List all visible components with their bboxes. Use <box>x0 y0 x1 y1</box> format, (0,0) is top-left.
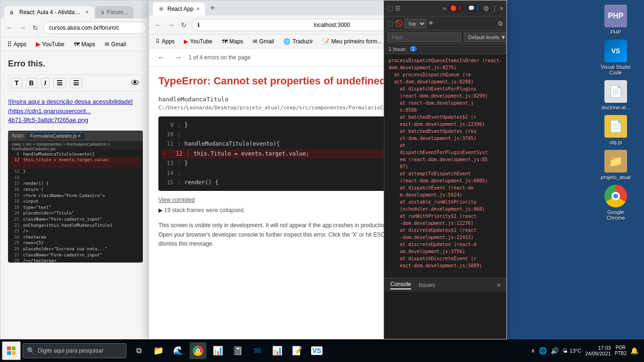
taskbar-edge[interactable]: 🌊 <box>170 342 187 359</box>
devtools-element-icon[interactable]: ⬚ <box>388 20 393 27</box>
expand-icon: ▶ <box>388 276 392 278</box>
vscode-line-8: 17 <form className="Form-Cadastro"> <box>10 193 141 199</box>
vscode-line-18: 27 className="Form-cadastro_input" <box>10 252 141 258</box>
left-bookmarks-bar: ⠿ Apps ▶ YouTube 🗺 Maps ✉ Gmail <box>0 37 150 51</box>
new-tab-button[interactable]: + <box>206 1 219 15</box>
taskbar-chrome[interactable] <box>190 342 206 359</box>
console-tab[interactable]: Console <box>390 281 411 289</box>
left-back-btn[interactable]: ← <box>4 23 15 33</box>
doctrine-icon-label: doctrine-al... <box>602 105 630 110</box>
main-bm-maps[interactable]: 🗺 Maps <box>219 37 246 46</box>
vscode-line-2: 12 this.titulo = evento.target.value; <box>10 157 141 163</box>
taskbar-powerpoint[interactable]: 📊 <box>269 342 286 359</box>
devtools-context-select[interactable]: top <box>405 19 426 28</box>
main-back-btn[interactable]: ← <box>153 20 163 30</box>
error-next-btn[interactable]: → <box>172 52 185 63</box>
vscode-line-3: ^ <box>10 163 141 169</box>
error-prev-btn[interactable]: ← <box>155 52 168 63</box>
left-tab2-label: Fórum... <box>107 9 128 16</box>
gmail-icon2: ✉ <box>253 38 257 45</box>
taskbar-excel[interactable]: 📊 <box>209 342 226 359</box>
devtools-settings-icon[interactable]: ⚙ <box>483 5 489 12</box>
left-forward-btn[interactable]: → <box>17 23 28 33</box>
main-bm-form[interactable]: 📝 Meu primeiro form... <box>320 37 385 46</box>
left-bm-gmail[interactable]: ✉ Gmail <box>102 40 129 49</box>
taskbar-explorer[interactable]: 📁 <box>150 342 167 359</box>
left-tab-active[interactable]: a React: Aula 4 - Atividade 2 Lidan... × <box>4 6 94 18</box>
text-tool-list2[interactable]: ☰ <box>70 78 83 88</box>
taskbar-clock[interactable]: 17:03 24/09/2021 <box>585 345 611 356</box>
text-tool-t[interactable]: T <box>11 78 22 88</box>
vscode-line-12: 21 className="Forn-cadastro_input" <box>10 216 141 222</box>
left-bm-maps[interactable]: 🗺 Maps <box>71 40 98 49</box>
main-reload-btn[interactable]: ↻ <box>179 20 189 30</box>
chevron-up-icon[interactable]: ∧ <box>531 347 535 354</box>
taskbar-vscode-app[interactable]: VS <box>308 342 325 359</box>
start-button[interactable] <box>2 341 21 360</box>
apps-icon2: ⠿ <box>156 38 160 45</box>
issues-tab[interactable]: Issues <box>419 282 435 288</box>
error-log-entry-1[interactable]: processDispatchQueueItemsInOrder (react-… <box>385 54 506 272</box>
left-tab-inactive[interactable]: a Fórum... <box>95 6 133 18</box>
notification-icon[interactable]: 🔔 <box>630 347 638 354</box>
main-bm-gmail[interactable]: ✉ Gmail <box>250 37 277 46</box>
left-address-input[interactable] <box>43 22 147 34</box>
doctrine-desktop-icon[interactable]: 📄 doctrine-al... <box>594 80 637 110</box>
left-reload-btn[interactable]: ↻ <box>31 23 40 33</box>
main-bm-maps-label: Maps <box>230 38 243 45</box>
main-tab-close[interactable]: × <box>196 6 199 12</box>
main-tab-active[interactable]: ⚛ React App × <box>153 2 205 16</box>
left-tab-close[interactable]: × <box>85 9 89 16</box>
error-log-indent-15: at attemptToDispatchEvent <box>400 171 471 176</box>
vscode-desktop-icon[interactable]: VS Visual Studio Code <box>594 40 637 75</box>
devtools-error-badge[interactable]: 🔴 8 <box>448 5 463 12</box>
chrome-desktop-icon[interactable]: Google Chrome <box>594 185 637 221</box>
taskbar-word[interactable]: 📝 <box>289 342 305 359</box>
devtools-more-icon[interactable]: » <box>443 5 446 12</box>
eye-toggle[interactable]: 👁 <box>131 78 140 88</box>
text-tool-list[interactable]: ☰ <box>53 78 66 88</box>
devtools-panel: ⬚ ☰ » 🔴 8 💬 1 ⚙ ⋮ × ⬚ 🚫 top 👁 <box>384 0 506 339</box>
main-bm-traduzir[interactable]: 🌐 Traduzir <box>281 37 316 46</box>
windows-logo-icon <box>7 346 16 355</box>
devtools-no-icon[interactable]: 🚫 <box>395 20 403 27</box>
projeto-desktop-icon[interactable]: 📁 projeto_atual <box>594 150 637 180</box>
devtools-inspect-icon[interactable]: ⬚ <box>388 5 393 12</box>
devtools-expand-btn[interactable]: ▶ <box>385 272 506 278</box>
speaker-icon[interactable]: 🔊 <box>551 347 559 354</box>
devtools-toolbar-row1: ⬚ ☰ » 🔴 8 💬 1 ⚙ ⋮ × <box>385 0 506 16</box>
vscode-line-4: 13 } <box>10 169 141 175</box>
devtools-eye-icon[interactable]: 👁 <box>428 20 434 27</box>
ln-13: 13 <box>162 158 173 168</box>
left-bm-apps[interactable]: ⠿ Apps <box>4 40 29 49</box>
devtools-filter-input[interactable] <box>388 33 461 42</box>
left-bm-youtube[interactable]: ▶ YouTube <box>33 40 67 49</box>
main-bm-youtube[interactable]: ▶ YouTube <box>181 37 215 46</box>
taskbar-onenote[interactable]: 📓 <box>229 342 246 359</box>
main-forward-btn[interactable]: → <box>166 20 176 30</box>
taskbar-outlook[interactable]: ✉ <box>249 342 266 359</box>
weather-temp: 13°C <box>570 348 581 354</box>
php-desktop-icon[interactable]: PHP PHP <box>594 5 637 35</box>
devtools-config-icon[interactable]: ⚙ <box>497 20 504 27</box>
vscode-tab[interactable]: FormularioCadastro.js × <box>26 132 84 140</box>
network-icon[interactable]: 🌐 <box>539 347 547 354</box>
text-tool-b[interactable]: B <box>26 78 37 88</box>
objjs-desktop-icon[interactable]: 📄 obj-js <box>594 115 637 145</box>
devtools-level-select[interactable]: Default levels ▼ <box>464 33 506 42</box>
taskbar-task-view[interactable]: ⧉ <box>130 342 147 359</box>
devtools-info-badge[interactable]: 💬 1 <box>466 5 481 12</box>
text-tool-i[interactable]: I <box>41 78 50 88</box>
taskbar-language[interactable]: POR PTB2 <box>615 345 627 356</box>
left-link-area[interactable]: ![Insira aqui a descrição dessa acessibi… <box>8 97 143 125</box>
main-bm-gmail-label: Gmail <box>259 38 274 45</box>
error-log-indent-2: act-dom.development.js:8288) <box>394 79 474 84</box>
devtools-bottom-close-icon[interactable]: × <box>497 281 501 289</box>
main-bm-apps[interactable]: ⠿ Apps <box>153 37 177 46</box>
vscode-titlebar: Appjs FormularioCadastro.js × <box>8 131 143 141</box>
devtools-close-icon[interactable]: × <box>500 5 504 12</box>
devtools-dots-icon[interactable]: ⋮ <box>491 5 498 12</box>
weather-widget[interactable]: 🌤 13°C <box>562 348 581 354</box>
taskbar-search-box[interactable]: 🔍 Digite aqui para pesquisar <box>23 343 126 358</box>
devtools-device-icon[interactable]: ☰ <box>395 5 401 12</box>
